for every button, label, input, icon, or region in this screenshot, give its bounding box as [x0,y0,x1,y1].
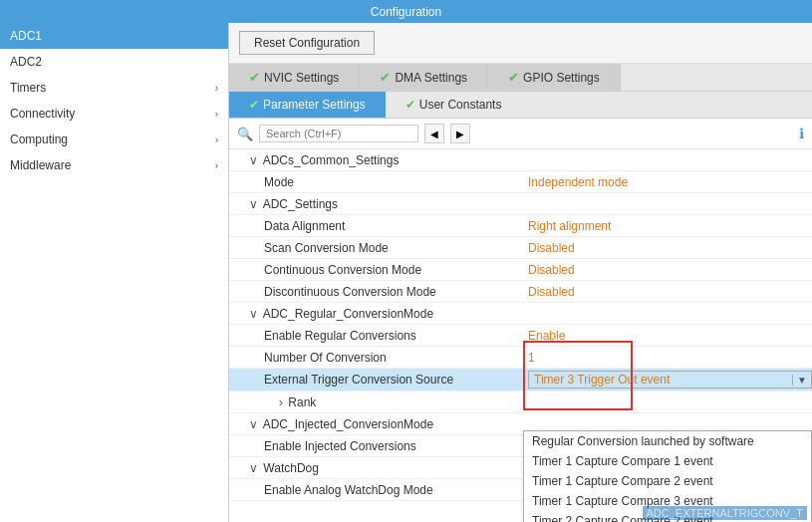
adcs-common-text: ADCs_Common_Settings [263,153,400,167]
reset-button[interactable]: Reset Configuration [239,31,375,55]
collapse-icon[interactable]: ∨ [249,307,258,321]
nav-prev-button[interactable]: ◀ [424,124,444,143]
dropdown-option-2[interactable]: Timer 1 Capture Compare 2 event [524,471,811,491]
chevron-right-icon: › [215,109,218,120]
search-input-wrap[interactable] [259,125,418,142]
sidebar-connectivity-label: Connectivity [10,107,75,121]
tabs-row2: ✔ Parameter Settings ✔ User Constants [229,92,812,119]
tree-row-adc-settings: ∨ ADC_Settings [229,193,812,215]
data-align-value: Right alignment [523,219,812,233]
dropdown-trigger[interactable]: Timer 3 Trigger Out event ▼ [528,371,812,389]
check-icon: ✔ [406,98,415,112]
dropdown-option-0[interactable]: Regular Conversion launched by software [524,431,811,451]
config-title: Configuration [371,5,441,19]
tree-row-mode: Mode Independent mode [229,171,812,193]
sidebar-item-adc1-label: ADC1 [10,29,42,43]
watchdog-text: WatchDog [263,461,319,475]
scan-mode-label: Scan Conversion Mode [229,241,523,255]
dd-selected-text: Timer 3 Trigger Out event [529,372,792,388]
toolbar: Reset Configuration [229,23,812,64]
data-align-label: Data Alignment [229,219,523,233]
sidebar-item-adc2-label: ADC2 [10,55,42,69]
main-container: ADC1 ADC2 Timers › Connectivity › Comput… [0,23,812,522]
tab-dma-settings[interactable]: ✔ DMA Settings [360,64,488,91]
adcs-common-label: ∨ ADCs_Common_Settings [229,153,523,167]
num-conv-label: Number Of Conversion [229,351,523,365]
watchdog-label: ∨ WatchDog [229,461,523,475]
mode-value: Independent mode [523,175,812,189]
nav-next-button[interactable]: ▶ [450,124,470,143]
adc-regular-text: ADC_Regular_ConversionMode [263,307,433,321]
sidebar: ADC1 ADC2 Timers › Connectivity › Comput… [0,23,229,522]
collapse-icon[interactable]: ∨ [249,417,258,431]
scan-mode-value: Disabled [523,241,812,255]
tree-row-num-conv: Number Of Conversion 1 [229,347,812,369]
adc-regular-label: ∨ ADC_Regular_ConversionMode [229,307,523,321]
tab-nvic-label: NVIC Settings [264,71,339,85]
tab-parameter-settings[interactable]: ✔ Parameter Settings [229,92,386,118]
rank-text: Rank [288,395,316,409]
discont-mode-label: Discontinuous Conversion Mode [229,285,523,299]
dropdown-option-1[interactable]: Timer 1 Capture Compare 1 event [524,451,811,471]
enable-injected-label: Enable Injected Conversions [229,439,523,453]
sidebar-timers-label: Timers [10,81,46,95]
cont-mode-value: Disabled [523,263,812,277]
tree-row-scan-mode: Scan Conversion Mode Disabled [229,237,812,259]
tab-user-constants[interactable]: ✔ User Constants [386,92,522,118]
tabs-row1: ✔ NVIC Settings ✔ DMA Settings ✔ GPIO Se… [229,64,812,92]
check-icon: ✔ [508,70,519,85]
num-conv-value: 1 [523,351,812,365]
mode-label: Mode [229,175,523,189]
tab-gpio-label: GPIO Settings [523,71,600,85]
info-icon[interactable]: ℹ [799,126,804,141]
sidebar-item-connectivity[interactable]: Connectivity › [0,101,228,127]
chevron-right-icon: › [215,83,218,94]
dropdown-arrow-icon[interactable]: ▼ [792,375,811,386]
search-bar: 🔍 ◀ ▶ ℹ [229,119,812,149]
tab-param-label: Parameter Settings [263,98,366,112]
chevron-right-icon: › [215,134,218,145]
tree-row-ext-trig: External Trigger Conversion Source Timer… [229,369,812,392]
check-icon: ✔ [380,70,391,85]
top-bar: Configuration [0,0,812,23]
sidebar-item-adc1[interactable]: ADC1 [0,23,228,49]
search-icon: 🔍 [237,127,253,141]
chevron-right-icon: › [215,160,218,171]
discont-mode-value: Disabled [523,285,812,299]
check-icon: ✔ [249,98,259,112]
collapse-icon[interactable]: ∨ [249,197,258,211]
tree-row-adc-regular: ∨ ADC_Regular_ConversionMode [229,303,812,325]
tree-row-discont-mode: Discontinuous Conversion Mode Disabled [229,281,812,303]
tree-row-data-align: Data Alignment Right alignment [229,215,812,237]
expand-icon[interactable]: › [279,395,283,409]
sidebar-item-middleware[interactable]: Middleware › [0,152,228,178]
collapse-icon[interactable]: ∨ [249,153,258,167]
cont-mode-label: Continuous Conversion Mode [229,263,523,277]
tree-row-cont-mode: Continuous Conversion Mode Disabled [229,259,812,281]
check-icon: ✔ [249,70,260,85]
content-area: Reset Configuration ✔ NVIC Settings ✔ DM… [229,23,812,522]
sidebar-item-adc2[interactable]: ADC2 [0,49,228,75]
ext-trig-value[interactable]: Timer 3 Trigger Out event ▼ [523,371,812,389]
tab-nvic-settings[interactable]: ✔ NVIC Settings [229,64,360,91]
collapse-icon[interactable]: ∨ [249,461,258,475]
param-tree: ∨ ADCs_Common_Settings Mode Independent … [229,149,812,522]
sidebar-item-computing[interactable]: Computing › [0,127,228,152]
adc-injected-text: ADC_Injected_ConversionMode [263,417,433,431]
sidebar-item-timers[interactable]: Timers › [0,75,228,101]
sidebar-middleware-label: Middleware [10,158,71,172]
watermark: ADC_EXTERNALTRIGCONV_T [643,506,808,520]
search-input[interactable] [266,128,386,139]
rank-label: › Rank [229,395,523,409]
tab-gpio-settings[interactable]: ✔ GPIO Settings [488,64,621,91]
enable-regular-value: Enable [523,329,812,343]
sidebar-computing-label: Computing [10,132,68,146]
adc-injected-label: ∨ ADC_Injected_ConversionMode [229,417,523,431]
tree-row-adcs-common: ∨ ADCs_Common_Settings [229,149,812,171]
tab-user-label: User Constants [419,98,502,112]
tree-row-rank: › Rank [229,392,812,413]
enable-regular-label: Enable Regular Conversions [229,329,523,343]
ext-trig-label: External Trigger Conversion Source [229,373,523,387]
watchdog-mode-label: Enable Analog WatchDog Mode [229,483,523,497]
tree-row-enable-regular: Enable Regular Conversions Enable [229,325,812,347]
